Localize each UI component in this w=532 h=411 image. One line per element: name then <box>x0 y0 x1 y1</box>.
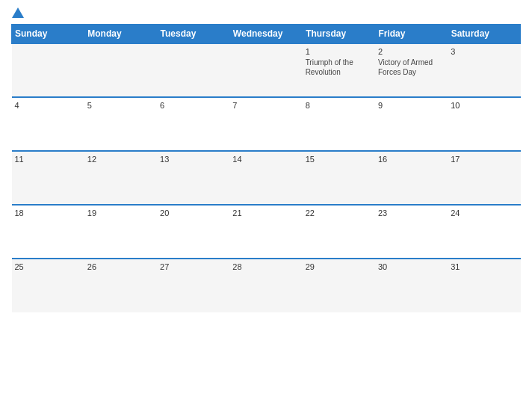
calendar-cell: 2Victory of Armed Forces Day <box>375 43 448 97</box>
day-number: 27 <box>160 262 226 271</box>
calendar-cell: 27 <box>157 259 229 312</box>
weekday-header-monday: Monday <box>84 25 157 44</box>
calendar-cell: 19 <box>84 205 157 259</box>
calendar-cell: 6 <box>157 97 229 151</box>
calendar-cell: 24 <box>448 205 520 259</box>
calendar-cell <box>157 43 229 97</box>
weekday-header-wednesday: Wednesday <box>229 25 302 44</box>
calendar-cell <box>84 43 157 97</box>
day-number: 10 <box>451 101 517 110</box>
calendar-cell: 8 <box>303 97 375 151</box>
calendar-cell: 5 <box>84 97 157 151</box>
calendar-cell: 13 <box>157 151 229 205</box>
calendar-cell: 10 <box>448 97 520 151</box>
logo-triangle-icon <box>12 7 24 18</box>
day-number: 30 <box>378 262 445 271</box>
week-row-3: 11121314151617 <box>12 151 521 205</box>
weekday-header-friday: Friday <box>375 25 448 44</box>
calendar-cell: 23 <box>375 205 448 259</box>
day-number: 14 <box>232 155 299 164</box>
week-row-5: 25262728293031 <box>12 259 521 312</box>
day-number: 13 <box>160 155 226 164</box>
calendar-cell: 29 <box>303 259 375 312</box>
day-number: 17 <box>451 155 517 164</box>
week-row-4: 18192021222324 <box>12 205 521 259</box>
weekday-header-sunday: Sunday <box>12 25 84 44</box>
calendar-cell <box>229 43 302 97</box>
calendar-cell: 30 <box>375 259 448 312</box>
day-number: 5 <box>87 101 154 110</box>
day-number: 6 <box>160 101 226 110</box>
weekday-header-thursday: Thursday <box>303 25 375 44</box>
day-number: 16 <box>378 155 445 164</box>
day-number: 25 <box>15 262 81 271</box>
day-number: 24 <box>451 208 517 217</box>
day-number: 4 <box>15 101 81 110</box>
calendar-cell: 28 <box>229 259 302 312</box>
calendar-cell: 16 <box>375 151 448 205</box>
day-number: 11 <box>15 155 81 164</box>
day-number: 2 <box>378 47 445 56</box>
calendar-cell: 15 <box>303 151 375 205</box>
day-number: 20 <box>160 208 226 217</box>
day-number: 31 <box>451 262 517 271</box>
week-row-2: 45678910 <box>12 97 521 151</box>
calendar-cell: 1Triumph of the Revolution <box>303 43 375 97</box>
weekday-header-tuesday: Tuesday <box>157 25 229 44</box>
day-number: 1 <box>306 47 372 56</box>
calendar-cell: 18 <box>12 205 84 259</box>
calendar-cell: 31 <box>448 259 520 312</box>
weekday-header-saturday: Saturday <box>448 25 520 44</box>
day-number: 26 <box>87 262 154 271</box>
day-number: 23 <box>378 208 445 217</box>
calendar-cell: 20 <box>157 205 229 259</box>
calendar-cell: 21 <box>229 205 302 259</box>
day-number: 28 <box>232 262 299 271</box>
day-number: 18 <box>15 208 81 217</box>
calendar-cell: 26 <box>84 259 157 312</box>
header <box>11 7 521 18</box>
calendar-cell: 3 <box>448 43 520 97</box>
calendar-cell: 9 <box>375 97 448 151</box>
week-row-1: 1Triumph of the Revolution2Victory of Ar… <box>12 43 521 97</box>
weekday-header-row: SundayMondayTuesdayWednesdayThursdayFrid… <box>12 25 521 44</box>
day-number: 15 <box>306 155 372 164</box>
day-number: 12 <box>87 155 154 164</box>
calendar-cell: 17 <box>448 151 520 205</box>
calendar-table: SundayMondayTuesdayWednesdayThursdayFrid… <box>11 24 521 312</box>
logo <box>11 7 25 18</box>
day-number: 29 <box>306 262 372 271</box>
day-number: 21 <box>232 208 299 217</box>
day-number: 19 <box>87 208 154 217</box>
calendar-cell: 12 <box>84 151 157 205</box>
calendar-cell <box>12 43 84 97</box>
calendar-cell: 11 <box>12 151 84 205</box>
day-number: 9 <box>378 101 445 110</box>
event-label: Triumph of the Revolution <box>306 58 353 76</box>
calendar-cell: 7 <box>229 97 302 151</box>
calendar-cell: 22 <box>303 205 375 259</box>
calendar-cell: 14 <box>229 151 302 205</box>
event-label: Victory of Armed Forces Day <box>378 58 433 76</box>
calendar-page: SundayMondayTuesdayWednesdayThursdayFrid… <box>0 0 532 411</box>
day-number: 8 <box>306 101 372 110</box>
day-number: 7 <box>232 101 299 110</box>
calendar-cell: 4 <box>12 97 84 151</box>
calendar-cell: 25 <box>12 259 84 312</box>
day-number: 3 <box>451 47 517 56</box>
day-number: 22 <box>306 208 372 217</box>
